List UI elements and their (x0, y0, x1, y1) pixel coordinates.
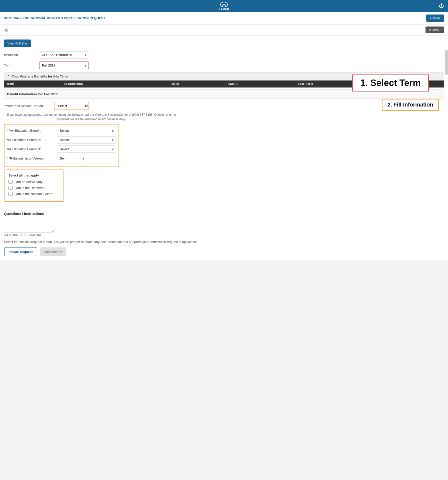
national-guard-checkbox[interactable] (8, 192, 12, 196)
va-education-benefit3-row: VA Education Benefit 3: Select (7, 146, 116, 153)
va-education-benefit-select-wrap: Select (57, 127, 116, 134)
relationship-select[interactable]: Self Spouse Child Other (57, 155, 87, 162)
attachments-button[interactable]: Attachments (40, 248, 66, 256)
info-message: If you have any questions, use the comme… (4, 112, 179, 122)
logo-text: CSUSB (218, 7, 230, 10)
va-education-benefit2-select-wrap: Select (57, 136, 116, 144)
initiate-request-button[interactable]: Initiate Request (4, 248, 37, 256)
top-nav: CSUSB ⏻ (0, 0, 448, 12)
relationship-row: *Relationship to Veteran: Self Spouse Ch… (7, 155, 116, 162)
active-duty-checkbox-item: I am on Active Duty (8, 180, 60, 184)
relationship-label: *Relationship to Veteran: (7, 156, 57, 160)
active-duty-label: I am on Active Duty (14, 180, 42, 184)
sub-header-row: ☠ ≡ Menu (0, 24, 448, 36)
service-branch-select[interactable]: Select Army Navy Air Force Marines Coast… (54, 102, 89, 110)
col-units: UNITS (384, 80, 444, 88)
institution-select[interactable]: CSU San Bernardino (39, 51, 89, 58)
institution-label: Institution (4, 53, 39, 57)
main-content: View Full Site 1. Select Term Institutio… (0, 36, 448, 260)
page-title[interactable]: VETERANS EDUCATIONAL BENEFITS CERTIFICAT… (4, 16, 105, 20)
service-branch-select-wrapper: Select Army Navy Air Force Marines Coast… (54, 102, 89, 110)
reserves-checkbox-item: I am in the Reserves (8, 186, 60, 190)
benefits-table: TERM DESCRIPTION SEQ# STATUS CERTIFIED U… (4, 80, 444, 88)
table-header-row: TERM DESCRIPTION SEQ# STATUS CERTIFIED U… (4, 80, 444, 88)
va-education-benefit-select[interactable]: Select (57, 127, 116, 134)
content-wrapper: View Full Site 1. Select Term Institutio… (4, 40, 444, 256)
checkbox-section-title: Select all that apply (8, 174, 60, 177)
scrollbar[interactable] (445, 50, 448, 75)
fill-info-section: 2. Fill Information *Veterans Service Br… (4, 99, 444, 208)
col-term: TERM (4, 80, 62, 88)
questions-textarea[interactable] (4, 218, 54, 233)
active-duty-checkbox[interactable] (8, 180, 12, 184)
user-icon: ☠ (4, 27, 8, 33)
menu-label: Menu (432, 28, 440, 32)
view-full-site-button[interactable]: View Full Site (4, 40, 31, 47)
menu-button[interactable]: ≡ Menu (426, 26, 444, 33)
term-select-wrapper: Fall 2017 Spring 2017 Summer 2017 (39, 62, 89, 69)
va-benefits-bordered-section: *VA Education Benefit: Select VA Educati… (4, 124, 119, 167)
reserves-checkbox[interactable] (8, 186, 12, 190)
return-button[interactable]: Return (426, 14, 444, 22)
questions-section: Questions / Instructions 254 CHARACTERS … (4, 212, 444, 236)
col-seq: SEQ# (170, 80, 225, 88)
char-remaining: 254 CHARACTERS REMAINING (4, 234, 444, 236)
va-education-benefit3-label: VA Education Benefit 3: (7, 147, 57, 151)
va-education-benefit2-select[interactable]: Select (57, 136, 116, 144)
collapse-icon: ⌃ (7, 74, 10, 78)
col-certified: CERTIFIED (296, 80, 384, 88)
relationship-select-wrap: Self Spouse Child Other (57, 155, 87, 162)
term-label: Term (4, 64, 39, 67)
institution-row: Institution CSU San Bernardino (4, 51, 444, 58)
col-description: DESCRIPTION (62, 80, 169, 88)
questions-title: Questions / Instructions (4, 212, 444, 216)
reserves-label: I am in the Reserves (14, 186, 44, 190)
initiate-text: Select the Initiate Request button. You … (4, 240, 444, 244)
veterans-benefits-section-header[interactable]: ⌃ Your Veterans Benefits for this Term (4, 72, 444, 80)
benefit-info-header: Benefit Information for: Fall 2017 (4, 90, 444, 99)
menu-hamburger-icon: ≡ (429, 28, 431, 32)
institution-select-wrapper: CSU San Bernardino (39, 51, 89, 58)
va-education-benefit-label: *VA Education Benefit: (7, 129, 57, 132)
va-education-benefit2-label: VA Education Benefit 2: (7, 138, 57, 142)
national-guard-label: I am in the National Guard (14, 192, 52, 196)
power-button[interactable]: ⏻ (439, 3, 444, 9)
service-branch-label: *Veterans Service Branch: (4, 104, 54, 108)
national-guard-checkbox-item: I am in the National Guard (8, 192, 60, 196)
csusb-logo-icon (220, 2, 228, 7)
action-buttons: Initiate Request Attachments (4, 248, 444, 256)
power-icon: ⏻ (439, 3, 444, 9)
logo-area: CSUSB (218, 2, 230, 10)
va-education-benefit3-select[interactable]: Select (57, 146, 116, 153)
veterans-benefits-title: Your Veterans Benefits for this Term (12, 74, 68, 78)
term-row: Term Fall 2017 Spring 2017 Summer 2017 (4, 62, 444, 69)
va-education-benefit2-row: VA Education Benefit 2: Select (7, 136, 116, 144)
term-select[interactable]: Fall 2017 Spring 2017 Summer 2017 (39, 62, 89, 69)
va-education-benefit3-select-wrap: Select (57, 146, 116, 153)
col-status: STATUS (225, 80, 296, 88)
service-branch-row: *Veterans Service Branch: Select Army Na… (4, 102, 444, 110)
va-education-benefit-row: *VA Education Benefit: Select (7, 127, 116, 134)
checkbox-section: Select all that apply I am on Active Dut… (4, 170, 64, 202)
header-row: VETERANS EDUCATIONAL BENEFITS CERTIFICAT… (0, 12, 448, 24)
